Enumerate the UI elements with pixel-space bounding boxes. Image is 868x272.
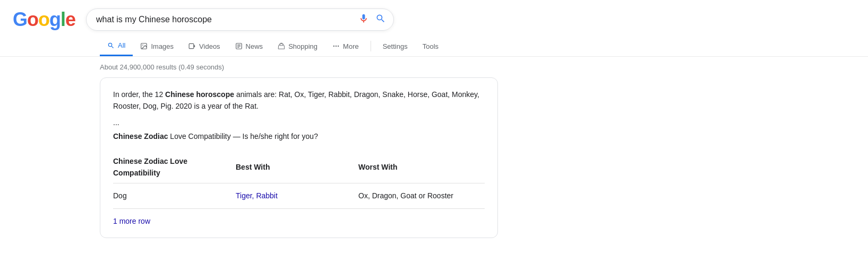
nav-separator <box>371 41 371 51</box>
google-logo[interactable]: Google <box>13 8 75 31</box>
tools-label: Tools <box>423 42 439 50</box>
svg-point-10 <box>338 46 339 47</box>
video-icon <box>188 42 196 50</box>
search-icon <box>107 42 115 49</box>
tab-settings[interactable]: Settings <box>375 37 415 56</box>
tab-news[interactable]: News <box>228 37 271 56</box>
compat-table: Chinese Zodiac Love Compatibility Best W… <box>113 151 485 209</box>
svg-rect-2 <box>189 43 194 48</box>
mic-icon[interactable] <box>358 13 369 26</box>
image-icon <box>140 42 148 50</box>
table-header-row: Chinese Zodiac Love Compatibility Best W… <box>113 151 485 183</box>
svg-point-1 <box>143 45 144 46</box>
search-submit-icon[interactable] <box>375 13 386 26</box>
search-input[interactable]: what is my Chinese horoscope <box>96 15 353 24</box>
tab-news-label: News <box>246 42 263 50</box>
tab-images[interactable]: Images <box>133 37 181 56</box>
tab-videos-label: Videos <box>199 42 220 50</box>
tab-more-label: More <box>343 42 359 50</box>
search-bar: what is my Chinese horoscope <box>86 8 394 31</box>
table-header-worst: Worst With <box>358 151 485 183</box>
nav-tabs: All Images Videos News Shopping More <box>0 31 868 57</box>
table-cell-worst: Ox, Dragon, Goat or Rooster <box>358 183 485 208</box>
table-header-zodiac: Chinese Zodiac Love Compatibility <box>113 151 236 183</box>
tab-tools[interactable]: Tools <box>415 37 446 56</box>
svg-marker-3 <box>194 45 195 48</box>
shopping-icon <box>278 42 285 50</box>
ellipsis: ... <box>113 117 485 128</box>
search-icons <box>358 13 386 26</box>
table-header-best: Best With <box>236 151 358 183</box>
table-cell-zodiac: Dog <box>113 183 236 208</box>
more-rows-link[interactable]: 1 more row <box>113 215 485 227</box>
tab-more[interactable]: More <box>325 37 366 56</box>
zodiac-compat: Chinese Zodiac Love Compatibility — Is h… <box>113 130 485 142</box>
snippet-text: In order, the 12 Chinese horoscope anima… <box>113 89 485 112</box>
tab-all-label: All <box>118 41 125 49</box>
result-card: In order, the 12 Chinese horoscope anima… <box>100 77 498 238</box>
table-cell-best[interactable]: Tiger, Rabbit <box>236 183 358 208</box>
header: Google what is my Chinese horoscope <box>0 0 868 31</box>
results-count: About 24,900,000 results (0.49 seconds) <box>0 57 868 77</box>
settings-label: Settings <box>383 42 408 50</box>
tab-shopping-label: Shopping <box>288 42 317 50</box>
news-icon <box>235 42 243 50</box>
table-row: Dog Tiger, Rabbit Ox, Dragon, Goat or Ro… <box>113 183 485 208</box>
tab-shopping[interactable]: Shopping <box>270 37 325 56</box>
svg-point-8 <box>333 46 334 47</box>
tab-videos[interactable]: Videos <box>181 37 228 56</box>
tab-all[interactable]: All <box>100 36 133 56</box>
tab-images-label: Images <box>151 42 174 50</box>
svg-point-9 <box>336 46 337 47</box>
more-dots-icon <box>332 42 340 50</box>
